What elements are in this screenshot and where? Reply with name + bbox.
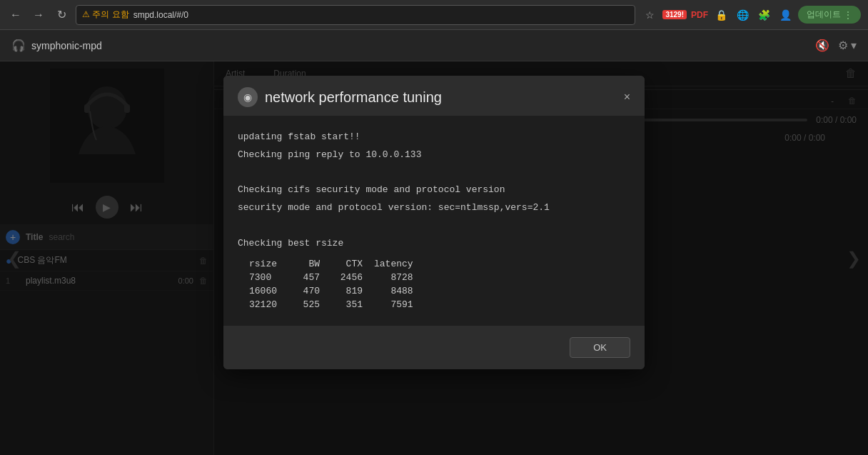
bw-1: 457	[288, 271, 331, 284]
update-label: 업데이트	[807, 9, 841, 21]
pdf-icon[interactable]: PDF	[691, 6, 708, 24]
log-line-6	[238, 219, 630, 234]
latency-1: 8728	[374, 271, 425, 284]
modal-title-text: network performance tuning	[265, 89, 442, 106]
ctx-1: 2456	[331, 271, 374, 284]
update-button[interactable]: 업데이트 ⋮	[798, 6, 861, 24]
notification-badge[interactable]: 3129!	[662, 10, 687, 19]
star-icon[interactable]: ☆	[641, 6, 658, 24]
modal-header: ◉ network performance tuning ×	[223, 76, 645, 116]
rsize-3: 32120	[238, 298, 288, 311]
rsize-2: 16060	[238, 284, 288, 298]
table-row: 32120 525 351 7591	[238, 298, 425, 311]
ctx-header: CTX	[331, 257, 374, 271]
update-menu-icon: ⋮	[844, 10, 852, 20]
log-line-2: Checking ping reply to 10.0.0.133	[238, 148, 630, 163]
avatar-icon[interactable]: 👤	[777, 6, 794, 24]
log-line-5: security mode and protocol version: sec=…	[238, 201, 630, 216]
modal-title-icon: ◉	[238, 87, 258, 107]
browser-actions: ☆ 3129! PDF 🔒 🌐 🧩 👤 업데이트 ⋮	[641, 6, 861, 24]
extension1-icon[interactable]: 🔒	[712, 6, 730, 24]
app-container: 🎧 symphonic-mpd 🔇 ⚙ ▾	[0, 30, 868, 455]
app-title-section: 🎧 symphonic-mpd	[11, 39, 102, 52]
latency-3: 7591	[374, 298, 425, 311]
log-line-4: Checking cifs security mode and protocol…	[238, 183, 630, 198]
bw-header: BW	[288, 257, 331, 271]
log-line-1: updating fstab start!!	[238, 130, 630, 145]
settings-button[interactable]: ⚙ ▾	[838, 39, 857, 52]
app-header: 🎧 symphonic-mpd 🔇 ⚙ ▾	[0, 30, 868, 61]
modal-close-button[interactable]: ×	[624, 91, 630, 104]
browser-chrome: ← → ↻ ⚠ 주의 요함 smpd.local/#/0 ☆ 3129! PDF…	[0, 0, 868, 30]
back-button[interactable]: ←	[7, 6, 24, 24]
rsize-1: 7300	[238, 271, 288, 284]
puzzle-icon[interactable]: 🧩	[755, 6, 772, 24]
app-title: symphonic-mpd	[31, 40, 102, 51]
rsize-table: rsize BW CTX latency 7300 457 2456	[238, 257, 425, 311]
header-controls: 🔇 ⚙ ▾	[815, 39, 857, 52]
modal-footer: OK	[223, 326, 645, 369]
refresh-button[interactable]: ↻	[53, 6, 70, 24]
forward-button[interactable]: →	[30, 6, 47, 24]
latency-header: latency	[374, 257, 425, 271]
rsize-header: rsize	[238, 257, 288, 271]
modal-body: updating fstab start!! Checking ping rep…	[223, 116, 645, 326]
main-content: ⏮ ▶ ⏭ + Title ● CBS 음악FM 🗑 1 play	[0, 61, 868, 455]
address-text: smpd.local/#/0	[133, 10, 188, 20]
address-bar[interactable]: ⚠ 주의 요함 smpd.local/#/0	[76, 5, 635, 25]
ok-button[interactable]: OK	[570, 337, 630, 358]
log-line-3	[238, 166, 630, 181]
modal-title-section: ◉ network performance tuning	[238, 87, 442, 107]
security-warning: ⚠ 주의 요함	[82, 9, 129, 21]
globe-icon[interactable]: 🌐	[734, 6, 751, 24]
ctx-2: 819	[331, 284, 374, 298]
ctx-3: 351	[331, 298, 374, 311]
volume-button[interactable]: 🔇	[815, 39, 829, 52]
modal-dialog: ◉ network performance tuning × updating …	[223, 76, 645, 369]
modal-overlay: ◉ network performance tuning × updating …	[0, 61, 868, 455]
latency-2: 8488	[374, 284, 425, 298]
table-row: 7300 457 2456 8728	[238, 271, 425, 284]
table-row: 16060 470 819 8488	[238, 284, 425, 298]
log-line-7: Checking best rsize	[238, 236, 630, 251]
headphone-icon: 🎧	[11, 39, 26, 52]
bw-3: 525	[288, 298, 331, 311]
bw-2: 470	[288, 284, 331, 298]
